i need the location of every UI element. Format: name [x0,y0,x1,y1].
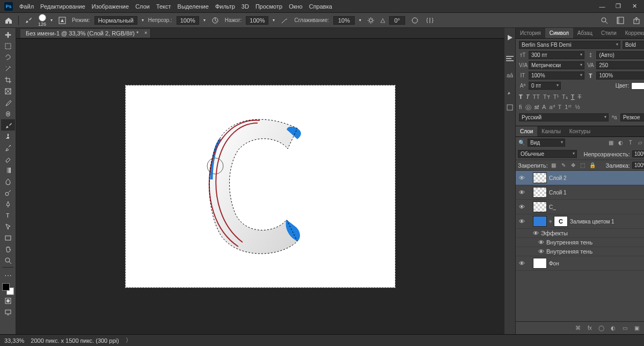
lock-nest-icon[interactable]: ⬚ [579,162,587,168]
visibility-icon[interactable]: 👁 [518,175,525,181]
close-icon[interactable]: ✕ [629,1,640,12]
screenmode-icon[interactable] [1,306,15,318]
visibility-icon[interactable]: 👁 [538,248,544,255]
tab-adjustments[interactable]: Коррекция [621,28,644,38]
fx-icon[interactable]: fx [586,325,594,331]
tab-character[interactable]: Символ [545,28,573,38]
zoom-tool[interactable] [1,255,15,266]
status-chevron-icon[interactable]: 〉 [126,336,131,344]
symmetry-icon[interactable] [425,15,435,26]
marquee-tool[interactable] [1,40,15,52]
menu-view[interactable]: Просмотр [255,2,282,11]
brush-icon[interactable] [23,15,34,26]
pen-tool[interactable] [1,198,15,210]
smooth-field[interactable]: 10% [333,16,355,25]
visibility-icon[interactable]: 👁 [538,239,544,246]
ot-fi[interactable]: fi [519,104,522,112]
allcaps-icon[interactable]: TT [532,93,539,100]
airbrush-icon[interactable] [279,15,290,26]
menu-image[interactable]: Изображение [92,2,129,11]
angle-field[interactable]: 0° [389,16,405,25]
type-tool[interactable]: T [1,210,15,221]
layer-row[interactable]: 👁Слой 2 [516,171,644,185]
filter-type-icon[interactable]: T [627,140,634,146]
text-color-swatch[interactable] [631,82,644,90]
hand-tool[interactable] [1,243,15,255]
hscale-field[interactable]: 100% [596,71,644,80]
play-icon[interactable] [504,32,515,43]
menu-layers[interactable]: Слои [135,2,150,11]
leading-field[interactable]: (Авто) [596,51,644,59]
lock-pos-icon[interactable]: ✥ [569,162,577,168]
filter-adjust-icon[interactable]: ◐ [617,140,625,146]
menu-3d[interactable]: 3D [241,2,249,11]
new-layer-icon[interactable]: ▣ [633,325,641,331]
wand-tool[interactable] [1,63,15,74]
menu-select[interactable]: Выделение [178,2,209,11]
group-icon[interactable]: ▭ [621,325,629,331]
visibility-icon[interactable]: 👁 [518,218,525,225]
effect-item[interactable]: 👁Внутренняя тень [516,247,644,256]
ot-contextual[interactable]: ⓞ [525,104,531,112]
gradient-tool[interactable] [1,164,15,176]
dodge-tool[interactable] [1,187,15,198]
italic-icon[interactable]: T [526,93,530,100]
tab-paragraph[interactable]: Абзац [573,28,597,38]
tab-history[interactable]: История [516,28,545,38]
tab-close-icon[interactable]: × [144,30,147,35]
crop-tool[interactable] [1,74,15,85]
brush-tool[interactable] [1,119,15,131]
menu-help[interactable]: Справка [309,2,332,11]
visibility-icon[interactable]: 👁 [518,189,525,196]
lasso-tool[interactable] [1,52,15,63]
workspace-icon[interactable] [615,15,626,26]
blend-mode-select[interactable]: Нормальный [94,16,137,25]
heal-tool[interactable] [1,108,15,119]
effects-header[interactable]: 👁Эффекты [516,229,644,238]
gear-icon[interactable] [365,15,376,26]
ot-titling[interactable]: A [542,104,546,112]
kerning-field[interactable]: Метрически [529,61,584,69]
ot-oldstyle[interactable]: 1ˢᵗ [565,104,572,112]
history-brush-tool[interactable] [1,142,15,153]
rectangle-shape-tool[interactable] [1,232,15,243]
menu-filter[interactable]: Фильтр [215,2,235,11]
ot-ordinal[interactable]: T [558,104,562,112]
layer-row[interactable]: 👁C_ [516,200,644,214]
pressure-opacity-icon[interactable] [210,15,221,26]
ot-fraction[interactable]: ½ [575,104,580,112]
stamp-tool[interactable] [1,131,15,142]
restore-icon[interactable]: ❐ [613,1,624,12]
underline-icon[interactable]: T [571,93,575,100]
path-select-tool[interactable] [1,221,15,232]
link-layers-icon[interactable]: ⌘ [574,325,582,331]
document-tab[interactable]: Без имени-1 @ 33,3% (Слой 2, RGB/8#) *× [20,29,151,38]
effect-item[interactable]: 👁Внутренняя тень [516,238,644,247]
brush-settings-panel-icon[interactable] [504,102,515,113]
layer-filter-select[interactable]: Вид [528,139,565,147]
menu-window[interactable]: Окно [289,2,303,11]
visibility-icon[interactable]: 👁 [533,230,539,236]
lock-trans-icon[interactable]: ▦ [550,162,558,168]
brush-panel-icon[interactable] [57,15,68,26]
opacity-field[interactable]: 100% [177,16,199,25]
layer-row[interactable]: 👁Фон🔒 [516,256,644,271]
quickmask-icon[interactable] [1,295,15,306]
layer-opacity-field[interactable]: 100% [632,150,644,157]
pressure-size-icon[interactable] [409,15,420,26]
brushes-panel-icon[interactable] [504,86,515,97]
tab-styles[interactable]: Стили [597,28,621,38]
subscript-icon[interactable]: T₁ [562,93,568,100]
font-family-select[interactable]: Berlin Sans FB Demi [519,41,620,49]
ot-stylistic[interactable]: aᵈ [549,104,554,112]
mask-icon[interactable]: ◯ [598,325,605,331]
eraser-tool[interactable] [1,153,15,164]
canvas-area[interactable] [16,39,504,334]
frame-tool[interactable] [1,85,15,97]
filter-pixel-icon[interactable]: ▦ [608,140,615,146]
font-weight-select[interactable]: Bold [623,41,644,49]
smallcaps-icon[interactable]: Tᴛ [543,93,550,100]
lock-paint-icon[interactable]: ✎ [560,162,567,168]
menu-text[interactable]: Текст [156,2,171,11]
lock-all-icon[interactable]: 🔒 [589,162,596,168]
